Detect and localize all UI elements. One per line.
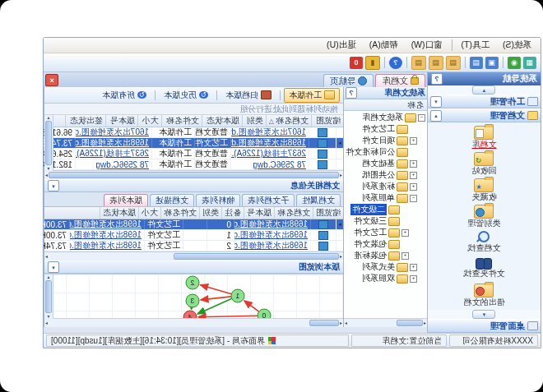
version-filter-button[interactable]: ↻ 所有版本 — [97, 88, 151, 103]
sidebar-item[interactable]: 类别管理 — [428, 205, 541, 231]
tree-node[interactable]: + 包装标准 — [344, 250, 427, 261]
new-doc-icon[interactable]: ▤ — [429, 56, 443, 70]
graph-vscrollbar[interactable]: ▴▾ — [44, 274, 53, 319]
collapse-icon[interactable]: ▾ — [48, 261, 59, 273]
tree-expander-icon[interactable]: + — [410, 275, 417, 283]
column-header[interactable]: 版本状态 — [100, 207, 138, 219]
file-name-link[interactable]: 1698出水泵维修图.dwg — [75, 138, 151, 148]
document-name-link[interactable]: 1607出水泵维修图.dwg — [230, 127, 309, 137]
collapse-icon[interactable]: ▾ — [48, 180, 59, 191]
column-header[interactable]: 文件名称 — [161, 115, 202, 127]
column-header[interactable]: 版本号 — [244, 207, 274, 219]
menu-item[interactable]: 窗口(W) — [406, 39, 448, 52]
tree-column-header[interactable]: 名称 — [344, 99, 427, 111]
tree-expander-icon[interactable]: + — [401, 252, 409, 260]
column-header[interactable]: 签出状态 — [65, 115, 105, 127]
tree-expander-icon[interactable]: + — [410, 264, 417, 271]
toolbar-icon[interactable] — [465, 57, 466, 68]
chevron-up-icon[interactable]: ▴ — [430, 110, 442, 122]
menu-item[interactable]: 退出(U) — [321, 39, 362, 52]
version-graph-canvas[interactable]: 01234 — [53, 274, 343, 318]
toolbar-icon[interactable] — [384, 57, 385, 68]
layout-window-icon[interactable]: ▣ — [485, 57, 499, 69]
document-name-link[interactable]: 1698出水泵维修图.dwg — [234, 230, 310, 240]
file-name-link[interactable]: 1698出水泵维修图.dwg — [69, 241, 144, 251]
logout-icon[interactable]: 0 — [350, 57, 363, 69]
column-header[interactable]: 文档名称 △ — [266, 115, 311, 127]
grid-hscrollbar[interactable]: ◂ ▸ — [44, 251, 343, 261]
file-name-link[interactable]: 78 2596C.dwg — [75, 159, 151, 169]
lock-icon[interactable]: ▮ — [365, 56, 380, 70]
globe-icon[interactable]: ◉ — [508, 57, 521, 69]
tree-node[interactable]: 公司标准文件 — [344, 146, 427, 158]
document-name-link[interactable]: 78 2596C.dwg — [230, 159, 309, 169]
sidebar-section-work[interactable]: 工作管理 ▾ — [428, 95, 541, 108]
table-row[interactable]: 2637主排线(1226A).dwg 普通文档 工作版本 2637主排线(122… — [44, 149, 343, 159]
file-name-link[interactable]: 1698出水泵维修图.dwg — [69, 219, 144, 229]
tree-node[interactable]: 二级文件 — [344, 204, 427, 215]
info-tab[interactable]: 子文档列表 — [242, 194, 295, 206]
monitor-icon[interactable]: ▦ — [523, 57, 536, 69]
tree-node[interactable]: − 系统文档库 — [344, 112, 427, 123]
toolbar-icon[interactable] — [406, 57, 407, 68]
table-row[interactable]: ▸ 1698出水泵维修图.dwg 0 工艺文件 1698出水泵维修图.dwg 7… — [44, 219, 343, 230]
menu-item[interactable]: 工具(T) — [456, 39, 495, 52]
info-tab[interactable]: 物料列表 — [196, 194, 240, 206]
tree-hscrollbar[interactable]: ◂ ▸ — [344, 318, 427, 327]
help-icon[interactable]: ? — [346, 87, 357, 99]
menu-item[interactable]: 帮助(A) — [364, 39, 404, 52]
file-name-link[interactable]: 1698出水泵维修图.dwg — [69, 230, 144, 240]
tree-expander-icon[interactable]: + — [401, 229, 409, 237]
version-filter-button[interactable]: 工作版本 — [284, 88, 340, 103]
file-name-link[interactable]: 2637主排线(1226A).dwg — [75, 149, 151, 159]
chevron-down-icon[interactable]: ▾ — [430, 96, 442, 108]
version-filter-button[interactable] — [155, 90, 155, 100]
sidebar-item[interactable]: 文档查找 — [428, 231, 541, 257]
version-filter-button[interactable]: 归档版本 — [220, 88, 276, 103]
sidebar-item[interactable]: ★ 收藏夹 — [428, 178, 541, 205]
column-header[interactable]: 缩览图 — [311, 115, 343, 127]
table-row[interactable]: 1698出水泵维修图.dwg 1 工艺文件 1698出水泵维修图.dwg 73.… — [44, 230, 343, 241]
toolbar-icon[interactable] — [503, 57, 504, 68]
sidebar-section-documents[interactable]: 文档管理 ▴ — [428, 108, 541, 122]
document-name-link[interactable]: 1698出水泵维修图.dwg — [234, 241, 310, 251]
import-doc-icon[interactable]: ▤ — [446, 56, 461, 70]
column-header[interactable]: 版本号 — [105, 115, 137, 127]
grid-hscrollbar[interactable]: ◂▸ — [44, 170, 343, 179]
tree-node[interactable]: − 单胆系列 — [344, 192, 427, 204]
scroll-down-button[interactable]: ▾ — [473, 310, 496, 319]
tree-expander-icon[interactable]: + — [410, 160, 417, 168]
sidebar-section-desktop[interactable]: 桌面管理 — [428, 319, 541, 333]
tree-expander-icon[interactable]: + — [410, 137, 417, 145]
menu-item[interactable] — [452, 39, 452, 51]
document-name-link[interactable]: 2637主排线(1226A).dwg — [230, 149, 309, 159]
table-row[interactable]: ▸ 1698出水泵维修图.dwg 工艺文件 工作版本 1698出水泵维修图.dw… — [44, 138, 343, 149]
sidebar-item[interactable]: 文档库 — [428, 126, 541, 152]
sidebar-item[interactable]: ↺ 回收站 — [428, 152, 541, 178]
tree-node[interactable]: + 工艺文件 — [344, 227, 427, 238]
table-row[interactable]: 1698出水泵维修图.dwg 2 工艺文件 1698出水泵维修图.dwg 73.… — [44, 241, 343, 251]
tree-expander-icon[interactable]: + — [410, 183, 417, 191]
sidebar-item[interactable]: 借出的文档 — [428, 284, 541, 310]
grid-vscrollbar[interactable]: ▴▾ — [44, 115, 53, 171]
help-icon[interactable]: ? — [431, 73, 443, 85]
info-tab[interactable]: 文档描述 — [150, 194, 194, 206]
open-doc-icon[interactable]: ▤ — [411, 56, 426, 70]
tree-node[interactable]: + 美式系列 — [344, 261, 427, 273]
tree-node[interactable]: 工艺文件 — [344, 123, 427, 135]
version-filter-button[interactable] — [280, 90, 281, 100]
tree-node[interactable]: 三级文件 — [344, 215, 427, 227]
table-row[interactable]: 78 2596C.dwg 普通文档 工作版本 78 2596C.dwg 182.… — [44, 159, 343, 170]
tree-node[interactable]: + 双胆系列 — [344, 273, 427, 284]
version-filter-button[interactable] — [216, 90, 217, 100]
column-header[interactable]: 版本状态 — [202, 115, 242, 127]
column-header[interactable]: 缩览图 — [313, 207, 343, 219]
tree-expander-icon[interactable]: − — [418, 114, 425, 122]
tree-node[interactable]: + 项目文件 — [344, 135, 427, 146]
close-icon[interactable]: × — [45, 74, 58, 86]
tree-node[interactable]: 包装文件 — [344, 238, 427, 250]
menu-item[interactable]: 系统(S) — [497, 39, 537, 52]
document-tab[interactable]: 文档库 — [376, 74, 426, 87]
graph-hscrollbar[interactable]: ◂ ▸ — [44, 318, 343, 327]
tree-node[interactable]: + 公共图纸 — [344, 169, 427, 181]
